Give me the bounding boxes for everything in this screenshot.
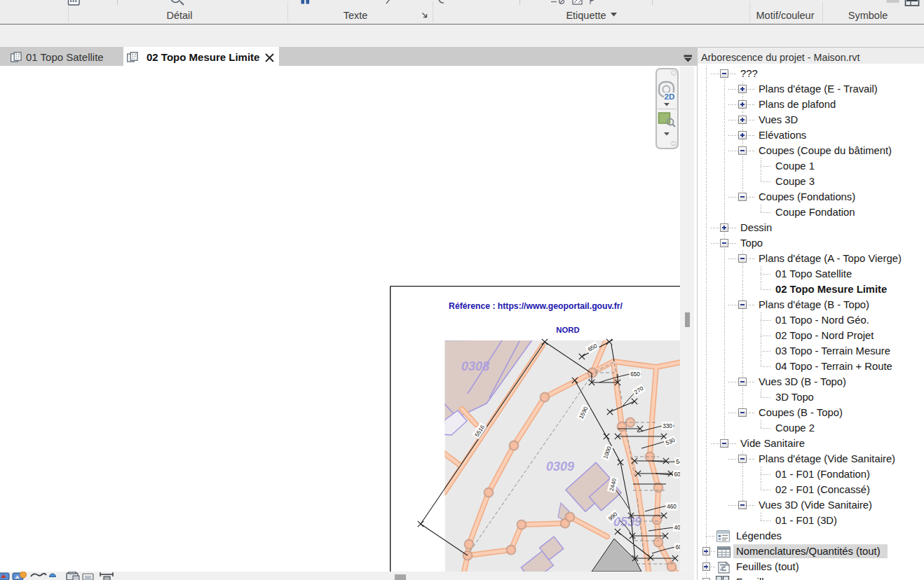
svg-text:460: 460 — [667, 504, 677, 510]
svg-text:330: 330 — [663, 423, 672, 429]
svg-text:NORD: NORD — [556, 326, 579, 334]
svg-text:0308: 0308 — [461, 359, 489, 373]
svg-text:2D: 2D — [665, 92, 675, 101]
svg-text:0309: 0309 — [546, 460, 574, 474]
svg-text:650: 650 — [630, 371, 640, 378]
svg-text:Référence : https://www.geopor: Référence : https://www.geoportail.gouv.… — [449, 301, 623, 311]
